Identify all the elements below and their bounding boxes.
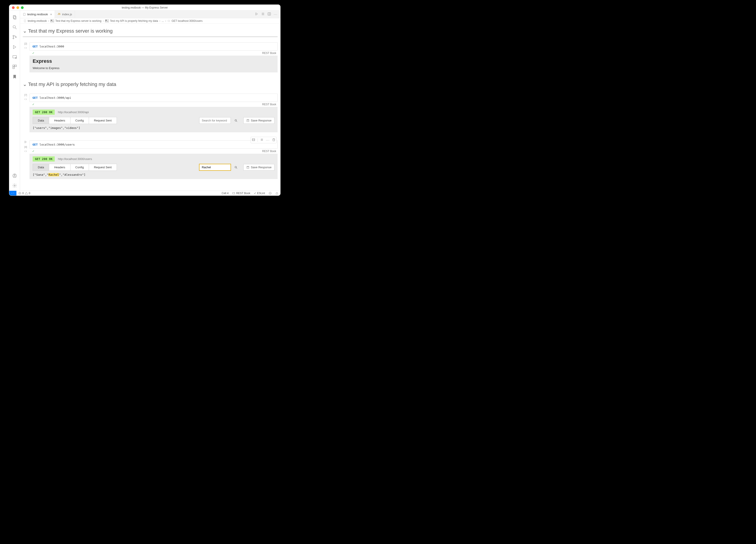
- code-icon[interactable]: [24, 46, 27, 50]
- language-label[interactable]: REST Book: [262, 150, 276, 153]
- run-all-icon[interactable]: [255, 12, 258, 16]
- more-icon[interactable]: ···: [274, 13, 278, 16]
- svg-point-4: [13, 35, 14, 36]
- split-editor-icon[interactable]: [267, 12, 271, 16]
- explorer-icon[interactable]: [9, 12, 20, 22]
- close-window-button[interactable]: [12, 6, 15, 9]
- http-method: GET: [32, 96, 38, 100]
- output-tab-headers[interactable]: Headers: [49, 117, 70, 124]
- notifications-icon[interactable]: [274, 192, 280, 195]
- kernel-indicator[interactable]: REST Book: [230, 192, 252, 195]
- svg-line-26: [236, 121, 237, 122]
- split-cell-icon[interactable]: [252, 138, 255, 142]
- cell-output: Express Welcome to Express: [29, 56, 278, 72]
- language-label[interactable]: REST Book: [262, 52, 276, 55]
- notebook-cell: [2] GET localhost:3000 ✓ REST Book Expre…: [29, 42, 278, 72]
- more-icon[interactable]: ···: [266, 138, 270, 142]
- js-icon: JS: [58, 13, 61, 16]
- tab-index-js[interactable]: JS index.js: [55, 11, 75, 18]
- code-icon[interactable]: [24, 98, 27, 102]
- breadcrumb[interactable]: testing.restbook › M↓ Test that my Expre…: [20, 18, 280, 24]
- accounts-icon[interactable]: [9, 171, 20, 181]
- svg-rect-1: [14, 16, 16, 19]
- source-control-icon[interactable]: [9, 32, 20, 42]
- output-tab-config[interactable]: Config: [70, 117, 89, 124]
- svg-rect-27: [247, 120, 249, 122]
- language-label[interactable]: REST Book: [262, 103, 276, 106]
- breadcrumb-item[interactable]: Test that my Express server is working: [55, 19, 102, 23]
- breadcrumb-item[interactable]: GET localhost:3000/users: [172, 19, 203, 23]
- minimize-window-button[interactable]: [16, 6, 19, 9]
- search-icon[interactable]: [233, 164, 239, 171]
- bookmark-icon[interactable]: [9, 72, 20, 82]
- breadcrumb-item[interactable]: Test my API is properly fetching my data: [110, 19, 158, 23]
- extensions-icon[interactable]: [9, 62, 20, 72]
- markdown-icon: M↓: [105, 20, 109, 22]
- code-icon[interactable]: [24, 150, 27, 154]
- svg-rect-23: [24, 20, 26, 22]
- svg-marker-7: [13, 45, 16, 49]
- svg-point-15: [14, 185, 15, 186]
- run-cell-icon[interactable]: [24, 140, 27, 144]
- check-icon: ✓: [32, 103, 34, 106]
- output-tab-data[interactable]: Data: [33, 117, 49, 124]
- svg-marker-17: [256, 13, 258, 15]
- settings-gear-icon[interactable]: [9, 181, 20, 191]
- problems-status[interactable]: 0 0: [16, 192, 32, 195]
- save-response-button[interactable]: Save Response: [243, 164, 274, 171]
- file-icon: [23, 13, 26, 16]
- cell-input[interactable]: GET localhost:3000/api: [29, 94, 278, 102]
- remote-indicator[interactable]: [9, 191, 16, 196]
- lines-icon[interactable]: [260, 138, 264, 142]
- cell-toolbar: ···: [251, 137, 277, 143]
- svg-point-46: [269, 192, 272, 195]
- cell-output: GET 200 OK http://localhost:3000/users D…: [29, 154, 278, 179]
- chevron-down-icon[interactable]: ⌄: [23, 28, 27, 34]
- output-tabs: Data Headers Config Request Sent: [33, 117, 117, 124]
- output-tab-data[interactable]: Data: [33, 164, 49, 171]
- cell-position[interactable]: Cell 4: [220, 192, 230, 195]
- svg-rect-41: [247, 166, 249, 167]
- output-tab-request[interactable]: Request Sent: [89, 117, 117, 124]
- request-url: localhost:3000/users: [39, 143, 75, 146]
- status-url: http://localhost:3000/api: [58, 111, 89, 114]
- notebook-content: ⌄ Test that my Express server is working…: [20, 24, 280, 191]
- app-window: testing.restbook — My Express Server tes…: [9, 5, 281, 196]
- output-tab-config[interactable]: Config: [70, 164, 89, 171]
- search-input[interactable]: [199, 117, 231, 124]
- feedback-icon[interactable]: [267, 192, 274, 195]
- save-response-button[interactable]: Save Response: [243, 117, 274, 124]
- status-bar: 0 0 Cell 4 REST Book ✓ESLint: [9, 191, 280, 196]
- run-debug-icon[interactable]: [9, 42, 20, 52]
- remote-explorer-icon[interactable]: [9, 52, 20, 62]
- section-heading: ⌄ Test that my Express server is working: [23, 27, 278, 37]
- breadcrumb-item[interactable]: testing.restbook: [28, 19, 47, 23]
- svg-rect-0: [13, 16, 15, 18]
- clear-outputs-icon[interactable]: [261, 12, 265, 16]
- chevron-down-icon[interactable]: ⌄: [23, 81, 27, 87]
- output-tab-request[interactable]: Request Sent: [89, 164, 117, 171]
- svg-point-6: [15, 37, 16, 38]
- output-heading: Express: [33, 58, 274, 64]
- search-icon[interactable]: [9, 22, 20, 32]
- search-icon[interactable]: [233, 117, 239, 124]
- tab-testing-restbook[interactable]: testing.restbook ×: [20, 11, 55, 18]
- cell-input[interactable]: GET localhost:3000: [29, 42, 278, 51]
- svg-rect-11: [15, 65, 16, 67]
- eslint-status[interactable]: ✓ESLint: [252, 192, 267, 195]
- svg-point-25: [235, 120, 237, 121]
- exec-count: [7]: [24, 94, 27, 96]
- svg-rect-24: [168, 20, 170, 22]
- cell-input[interactable]: GET localhost:3000/users: [29, 140, 278, 149]
- breadcrumb-item[interactable]: ...: [162, 19, 164, 23]
- zoom-window-button[interactable]: [21, 6, 24, 9]
- output-body: ["users","images","videos"]: [33, 126, 274, 130]
- delete-icon[interactable]: [272, 138, 276, 142]
- output-tabs: Data Headers Config Request Sent: [33, 164, 117, 171]
- close-icon[interactable]: ×: [50, 13, 52, 16]
- notebook-cell: ··· [4] GET localhost:3000/users ✓: [29, 140, 278, 179]
- search-input[interactable]: [199, 164, 231, 171]
- output-tab-headers[interactable]: Headers: [49, 164, 70, 171]
- cell-output: GET 200 OK http://localhost:3000/api Dat…: [29, 107, 278, 132]
- svg-point-14: [14, 175, 15, 176]
